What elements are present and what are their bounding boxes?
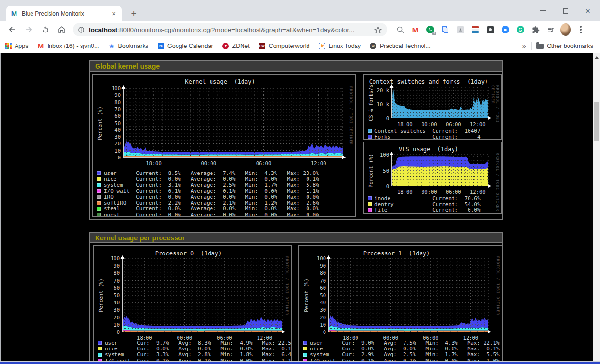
legend-text: nice Current: 0.0% Average: 0.0% Min: 0.…	[104, 176, 319, 182]
scrollbar-up-arrow[interactable]	[593, 53, 600, 61]
bookmark-google-calendar[interactable]: 28 Google Calendar	[157, 42, 213, 49]
legend-row: nice Cur: 0.0% Avg: 0.0% Min: 0.0% Max: …	[303, 346, 500, 351]
window-close-button[interactable]: ×	[583, 5, 593, 16]
legend-swatch	[97, 171, 101, 175]
legend-swatch	[97, 201, 101, 205]
legend-swatch	[368, 196, 372, 200]
legend-row: user Current: 8.5% Average: 7.4% Min: 4.…	[97, 170, 319, 176]
context-switches-graph[interactable]: Context switches and forks (1day)010 k20…	[363, 74, 502, 140]
bookmark-zdnet[interactable]: z ZDNet	[222, 42, 250, 49]
tab-strip: M Blue Precision Monitorix × + ×	[0, 0, 600, 21]
gray-app-icon[interactable]	[455, 24, 466, 35]
rrdtool-credit: RRDTOOL / TOBI OETIKER	[349, 86, 353, 145]
computerworld-icon: CW	[259, 42, 266, 49]
y-axis-label: Percent (%)	[98, 278, 104, 312]
y-tick-label: 10	[98, 322, 120, 328]
legend-swatch	[368, 208, 372, 212]
minimize-button[interactable]	[538, 5, 549, 16]
x-tick-label: 00:00	[201, 160, 216, 166]
y-tick-label: 100	[305, 255, 326, 261]
tab-monitorix[interactable]: M Blue Precision Monitorix ×	[6, 6, 122, 21]
x-tick-label: 06:00	[256, 160, 272, 166]
bookmark-inbox[interactable]: M Inbox (16) - sjvn0...	[37, 42, 99, 49]
legend-swatch	[98, 341, 102, 345]
gmail-extension-icon[interactable]: M	[410, 24, 421, 35]
processor1-graph[interactable]: Processor 1 (1day)0102030405060708090100…	[298, 245, 503, 361]
search-icon[interactable]	[395, 24, 405, 35]
legend-text: dentry Current: 54.0%	[374, 201, 481, 207]
apps-grid-icon	[5, 43, 12, 49]
bookmarks-overflow-chevron[interactable]: »	[522, 42, 526, 50]
legend-row: I/O wait Cur: 0.1% Avg: 0.1% Min: 0.0% M…	[98, 358, 292, 361]
books-stack-icon[interactable]	[470, 24, 481, 35]
star-icon: ★	[108, 42, 115, 49]
legend-text: user Cur: 9.0% Avg: 7.5% Min: 4.3% Max: …	[310, 340, 500, 346]
legend-row: user Cur: 9.7% Avg: 8.3% Min: 4.9% Max: …	[98, 340, 292, 346]
playlist-icon[interactable]	[545, 24, 556, 35]
bookmark-linux-today[interactable]: lt Linux Today	[318, 42, 361, 49]
legend-swatch	[368, 202, 372, 206]
bookmark-computerworld[interactable]: CW Computerworld	[259, 42, 310, 49]
window-bottom-accent	[0, 362, 600, 364]
bookmark-practical-tech[interactable]: W Practical Technol...	[370, 42, 431, 49]
legend-row: Forks Current: 4	[368, 134, 481, 140]
profile-avatar[interactable]	[560, 24, 571, 35]
processor0-graph[interactable]: Processor 0 (1day)0102030405060708090100…	[93, 245, 292, 361]
graph-title: Processor 0 (1day)	[155, 250, 222, 257]
page-info-icon[interactable]	[78, 26, 85, 33]
legend-row: nice Current: 0.0% Average: 0.0% Min: 0.…	[97, 176, 319, 182]
legend-text: guest Current: 0.0% Average: 0.0% Min: 0…	[104, 212, 319, 217]
y-tick-label: 20	[305, 315, 326, 320]
reload-button[interactable]	[38, 23, 52, 36]
graph-legend: inode Current: 70.6%dentry Current: 54.0…	[368, 195, 481, 213]
legend-text: softIRQ Current: 2.2% Average: 2.1% Min:…	[104, 200, 319, 206]
home-button[interactable]	[55, 23, 68, 36]
legend-row: steal Current: 0.0% Average: 0.0% Min: 0…	[97, 206, 319, 212]
other-bookmarks[interactable]: Other bookmarks	[536, 43, 593, 49]
bookmark-bookmarks[interactable]: ★ Bookmarks	[108, 42, 149, 49]
y-axis-label: CS & forks/s	[368, 84, 373, 121]
bookmark-star-icon[interactable]	[374, 26, 382, 34]
apps-shortcut[interactable]: Apps	[5, 43, 29, 49]
grammarly-icon[interactable]: G	[515, 24, 526, 35]
bookmarks-separator	[531, 42, 532, 50]
google-voice-icon[interactable]: ?	[425, 24, 436, 35]
copy-pages-icon[interactable]	[440, 24, 451, 35]
zoom-icon[interactable]	[500, 24, 511, 35]
vfs-usage-graph[interactable]: VFS usage (1day)05010018:0000:0006:0012:…	[363, 142, 502, 214]
new-tab-button[interactable]: +	[128, 8, 140, 19]
legend-swatch	[97, 207, 101, 211]
graph-legend: user Cur: 9.0% Avg: 7.5% Min: 4.3% Max: …	[303, 340, 500, 361]
url-text[interactable]: localhost:8080/monitorix-cgi/monitorix.c…	[89, 26, 374, 33]
forward-button[interactable]	[22, 23, 35, 36]
y-tick-label: 80	[99, 99, 121, 105]
y-tick-label: 20	[99, 141, 121, 146]
legend-row: system Cur: 2.9% Avg: 2.5% Min: 1.7% Max…	[303, 352, 500, 358]
y-tick-label: 10	[305, 322, 326, 328]
legend-text: system Cur: 3.3% Avg: 2.8% Min: 1.8% Max…	[105, 351, 292, 358]
tab-close-icon[interactable]: ×	[110, 9, 118, 17]
page-scrollbar[interactable]	[593, 53, 600, 361]
dark-app-icon[interactable]	[485, 24, 496, 35]
back-button[interactable]	[5, 23, 19, 36]
kernel-usage-graph[interactable]: Kernel usage (1day)010203040506070809010…	[92, 74, 356, 217]
x-tick-label: 00:00	[422, 189, 437, 195]
legend-swatch	[368, 135, 372, 139]
legend-row: file Current: 0.0%	[368, 207, 481, 213]
legend-row: nice Cur: 0.0% Avg: 0.0% Min: 0.0% Max: …	[98, 346, 292, 351]
plot-area	[391, 87, 488, 118]
rrdtool-credit: RRDTOOL / TOBI OETIKER	[496, 256, 500, 315]
section-kernel-per-processor: Kernel usage per processor Processor 0 (…	[89, 232, 503, 361]
menu-kebab-icon[interactable]	[575, 24, 586, 35]
scrollbar-thumb[interactable]	[594, 102, 599, 141]
extensions-puzzle-icon[interactable]	[530, 24, 541, 35]
wordpress-icon: W	[370, 42, 377, 49]
maximize-button[interactable]	[560, 5, 571, 16]
plot-area	[123, 88, 343, 158]
address-bar[interactable]: localhost:8080/monitorix-cgi/monitorix.c…	[73, 23, 387, 36]
graph-legend: Context switches Current: 10407Forks Cur…	[368, 128, 481, 140]
x-tick-label: 12:00	[470, 121, 486, 127]
calendar-icon: 28	[157, 42, 164, 49]
legend-row: user Cur: 9.0% Avg: 7.5% Min: 4.3% Max: …	[303, 340, 500, 346]
linuxtoday-icon: lt	[318, 42, 325, 49]
